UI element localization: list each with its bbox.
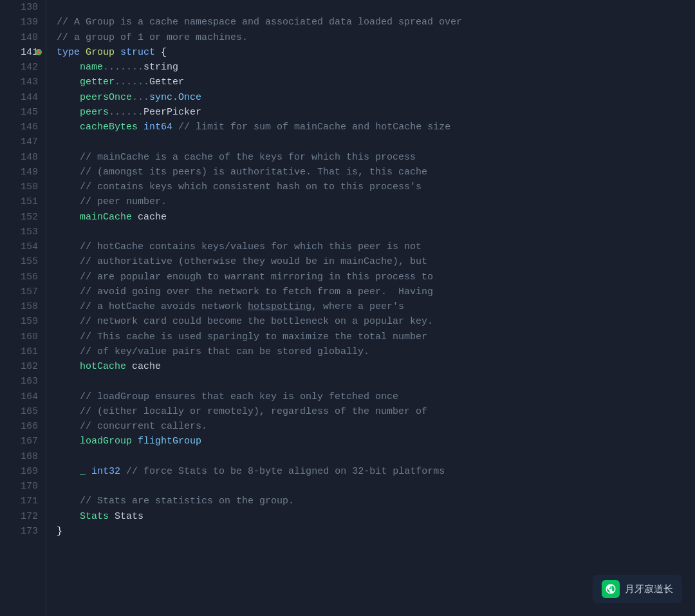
code-line-147 bbox=[57, 135, 695, 149]
comment-maincache-4: // peer number. bbox=[80, 196, 167, 207]
code-line-139: // A Group is a cache namespace and asso… bbox=[57, 15, 695, 30]
code-editor: 138 139 140 141 142 143 144 145 146 147 … bbox=[0, 0, 695, 616]
wechat-icon bbox=[602, 580, 620, 598]
code-line-168 bbox=[57, 449, 695, 464]
code-line-150: // contains keys which consistent hash o… bbox=[57, 180, 695, 194]
code-line-170 bbox=[57, 479, 695, 494]
field-hotcache: hotCache bbox=[80, 361, 126, 372]
ln-138: 138 bbox=[0, 0, 38, 15]
ln-154: 154 bbox=[0, 239, 38, 254]
code-line-143: getter......Getter bbox=[57, 75, 695, 89]
code-line-140: // a group of 1 or more machines. bbox=[57, 30, 695, 45]
watermark: 月牙寂道长 bbox=[593, 575, 682, 603]
ln-145: 145 bbox=[0, 105, 38, 120]
code-line-155: // authoritative (otherwise they would b… bbox=[57, 254, 695, 269]
comment-maincache-3: // contains keys which consistent hash o… bbox=[80, 182, 422, 192]
ln-157: 157 bbox=[0, 285, 38, 299]
code-line-146: cacheBytes int64 // limit for sum of mai… bbox=[57, 120, 695, 135]
dots: ...... bbox=[109, 107, 144, 118]
dots: ... bbox=[132, 92, 149, 103]
ln-164: 164 bbox=[0, 389, 38, 404]
code-line-141: type Group struct { bbox=[57, 45, 695, 60]
type-name-group: Group bbox=[86, 47, 115, 58]
field-getter: getter bbox=[80, 77, 115, 88]
code-line-145: peers......PeerPicker bbox=[57, 105, 695, 120]
ln-148: 148 bbox=[0, 150, 38, 165]
ln-167: 167 bbox=[0, 434, 38, 449]
ln-172: 172 bbox=[0, 509, 38, 524]
closing-brace: } bbox=[57, 526, 62, 537]
type-int32: int32 bbox=[91, 466, 120, 477]
comment-hotcache-2: // authoritative (otherwise they would b… bbox=[80, 256, 427, 267]
ln-165: 165 bbox=[0, 404, 38, 419]
field-maincache: mainCache bbox=[80, 212, 132, 223]
comment-loadgroup-2: // (either locally or remotely), regardl… bbox=[80, 406, 427, 417]
breakpoint-marker bbox=[35, 49, 42, 55]
line-number-gutter: 138 139 140 141 142 143 144 145 146 147 … bbox=[0, 0, 46, 616]
code-line-149: // (amongst its peers) is authoritative.… bbox=[57, 165, 695, 180]
field-cachebytes: cacheBytes bbox=[80, 122, 138, 133]
ln-140: 140 bbox=[0, 30, 38, 45]
ln-156: 156 bbox=[0, 270, 38, 285]
code-line-156: // are popular enough to warrant mirrori… bbox=[57, 270, 695, 285]
code-line-164: // loadGroup ensures that each key is on… bbox=[57, 389, 695, 404]
code-line-159: // network card could become the bottlen… bbox=[57, 314, 695, 329]
field-type-cache: cache bbox=[138, 212, 167, 223]
ln-141: 141 bbox=[0, 45, 38, 60]
field-type-getter: Getter bbox=[149, 77, 184, 88]
ln-158: 158 bbox=[0, 299, 38, 314]
field-type-synconce: sync.Once bbox=[149, 92, 201, 103]
ln-163: 163 bbox=[0, 374, 38, 389]
comment-maincache-2: // (amongst its peers) is authoritative.… bbox=[80, 167, 427, 178]
code-line-162: hotCache cache bbox=[57, 359, 695, 374]
code-line-167: loadGroup flightGroup bbox=[57, 434, 695, 449]
ln-155: 155 bbox=[0, 254, 38, 269]
code-line-138 bbox=[57, 0, 695, 15]
ln-159: 159 bbox=[0, 314, 38, 329]
field-type-peerpicker: PeerPicker bbox=[144, 107, 201, 118]
keyword-struct: struct bbox=[120, 47, 155, 58]
watermark-text: 月牙寂道长 bbox=[625, 581, 673, 596]
comment-hotcache-1: // hotCache contains keys/values for whi… bbox=[80, 241, 422, 252]
underline-hotspotting: hotspotting bbox=[248, 301, 311, 312]
ln-173: 173 bbox=[0, 524, 38, 539]
code-line-163 bbox=[57, 374, 695, 389]
field-peersonce: peersOnce bbox=[80, 92, 132, 103]
field-type-string: string bbox=[144, 62, 178, 73]
comment-hotcache-3: // are popular enough to warrant mirrori… bbox=[80, 272, 433, 283]
code-line-160: // This cache is used sparingly to maxim… bbox=[57, 330, 695, 344]
ln-143: 143 bbox=[0, 75, 38, 89]
ln-171: 171 bbox=[0, 494, 38, 509]
ln-147: 147 bbox=[0, 135, 38, 149]
comment-hotcache-7: // This cache is used sparingly to maxim… bbox=[80, 331, 427, 342]
open-brace: { bbox=[161, 47, 167, 58]
comment-hotcache-4: // avoid going over the network to fetch… bbox=[80, 286, 433, 297]
field-type-cache2: cache bbox=[132, 361, 161, 372]
ln-144: 144 bbox=[0, 90, 38, 105]
code-line-151: // peer number. bbox=[57, 194, 695, 209]
code-line-144: peersOnce...sync.Once bbox=[57, 90, 695, 105]
comment-hotcache-6: // network card could become the bottlen… bbox=[80, 316, 433, 327]
field-type-stats: Stats bbox=[115, 511, 144, 522]
code-line-153 bbox=[57, 225, 695, 239]
ln-146: 146 bbox=[0, 120, 38, 135]
comment-text: // A Group is a cache namespace and asso… bbox=[57, 17, 462, 28]
ln-142: 142 bbox=[0, 60, 38, 75]
code-line-169: _ int32 // force Stats to be 8-byte alig… bbox=[57, 464, 695, 479]
comment-loadgroup-3: // concurrent callers. bbox=[80, 421, 207, 432]
code-line-158: // a hotCache avoids network hotspotting… bbox=[57, 299, 695, 314]
dots: ....... bbox=[103, 62, 144, 73]
comment-stats: // Stats are statistics on the group. bbox=[80, 496, 294, 507]
ln-162: 162 bbox=[0, 359, 38, 374]
field-peers: peers bbox=[80, 107, 109, 118]
code-line-152: mainCache cache bbox=[57, 210, 695, 225]
ln-170: 170 bbox=[0, 479, 38, 494]
code-line-172: Stats Stats bbox=[57, 509, 695, 524]
ln-139: 139 bbox=[0, 15, 38, 30]
code-line-148: // mainCache is a cache of the keys for … bbox=[57, 150, 695, 165]
dots: ...... bbox=[115, 77, 149, 88]
field-loadgroup: loadGroup bbox=[80, 436, 132, 447]
ln-168: 168 bbox=[0, 449, 38, 464]
ln-150: 150 bbox=[0, 180, 38, 194]
field-underscore: _ bbox=[80, 466, 86, 477]
